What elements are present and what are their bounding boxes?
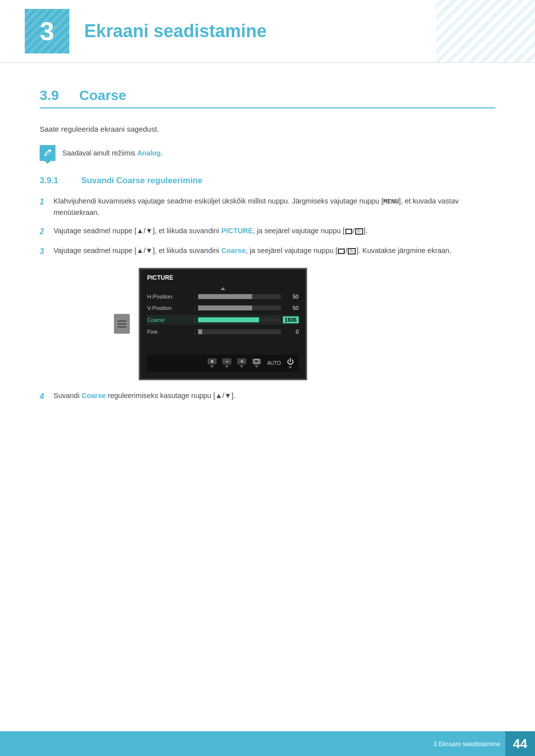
power-icon: ⏻ — [287, 357, 294, 365]
menu-row-vposition: V-Position : 50 — [147, 303, 299, 312]
page-footer: 3 Ekraani seadistamine 44 — [0, 731, 535, 756]
step4-after: reguleerimiseks kasutage nuppu [▲/▼]. — [106, 392, 236, 400]
note-text-before: Saadaval ainult režiimis — [62, 149, 135, 157]
menu-label-hposition: H-Position — [147, 294, 192, 300]
bar-fill-vposition — [198, 305, 252, 310]
ctrl-btn-enter — [252, 358, 261, 368]
menu-row-hposition: H-Position : 50 — [147, 292, 299, 301]
ctrl-down-arrow-5 — [288, 366, 292, 369]
note-highlight: Analog — [137, 149, 160, 157]
separator-3: : — [194, 317, 196, 323]
step-number-4: 4 — [40, 390, 54, 403]
minus-icon: − — [225, 358, 229, 364]
menu-row-coarse: Coarse : 1936 — [147, 315, 299, 325]
bar-fill-fine — [198, 329, 202, 334]
footer-page-number: 44 — [513, 736, 528, 752]
section-heading: 3.9 Coarse — [40, 88, 495, 108]
subsection-heading: 3.9.1 Suvandi Coarse reguleerimine — [40, 176, 495, 186]
bar-vposition — [198, 305, 281, 310]
section-number: 3.9 — [40, 88, 69, 103]
step4-before: Suvandi — [54, 392, 81, 400]
step-text-3: Vajutage seadmel nuppe [▲/▼], et liikuda… — [54, 245, 495, 256]
list-item: 3 Vajutage seadmel nuppe [▲/▼], et liiku… — [40, 245, 495, 258]
bar-coarse — [198, 317, 279, 322]
list-item: 4 Suvandi Coarse reguleerimiseks kasutag… — [40, 390, 495, 403]
bar-fill-hposition — [198, 294, 252, 299]
subsection-title: Suvandi Coarse reguleerimine — [81, 176, 203, 186]
footer-page-box: 44 — [505, 731, 535, 756]
coarse-label-step4: Coarse — [81, 392, 106, 400]
section-title: Coarse — [79, 88, 126, 103]
value-hposition: 50 — [284, 294, 299, 300]
bar-fine — [198, 329, 281, 334]
value-coarse: 1936 — [283, 316, 299, 323]
step-text-1: Klahvijuhendi kuvamiseks vajutage seadme… — [54, 196, 495, 218]
menu-label-coarse: Coarse — [147, 317, 192, 323]
ctrl-down-arrow-3 — [240, 365, 244, 368]
menu-title-bar: PICTURE — [147, 274, 299, 283]
auto-label: AUTO — [267, 360, 281, 366]
chapter-number: 3 — [40, 18, 54, 44]
value-vposition: 50 — [284, 305, 299, 311]
rect-icon-1 — [345, 229, 352, 234]
picture-label: PICTURE — [221, 227, 253, 235]
menu-key: MENU — [383, 198, 399, 205]
pencil-icon — [43, 148, 53, 158]
subsection-number: 3.9.1 — [40, 176, 74, 186]
menu-label-vposition: V-Position — [147, 305, 192, 311]
ctrl-down-arrow-1 — [210, 365, 214, 368]
rect-refresh-icon-2: ↻ — [348, 248, 356, 254]
ctrl-down-arrow-2 — [225, 365, 229, 368]
header-stripe — [436, 0, 535, 62]
rect-icon-2 — [338, 249, 345, 254]
svg-rect-1 — [254, 359, 259, 363]
note-box: Saadaval ainult režiimis Analog. — [40, 145, 495, 161]
menu-label-fine: Fine — [147, 329, 192, 335]
separator-4: : — [194, 329, 196, 335]
step-number-1: 1 — [40, 196, 54, 208]
chapter-title: Ekraani seadistamine — [84, 21, 267, 42]
ctrl-btn-minus: − — [222, 358, 231, 368]
monitor-diagram-wrapper: PICTURE H-Position : 50 V-Position : — [139, 268, 307, 380]
page-header: 3 Ekraani seadistamine — [0, 0, 535, 63]
list-item: 1 Klahvijuhendi kuvamiseks vajutage sead… — [40, 196, 495, 218]
power-btn: ⏻ — [287, 357, 294, 369]
spacer-rows — [147, 339, 299, 353]
monitor-side-icon — [114, 314, 130, 334]
intro-text: Saate reguleerida ekraani sagedust. — [40, 123, 495, 135]
step-number-2: 2 — [40, 225, 54, 238]
left-arrow-icon — [210, 359, 214, 364]
chapter-number-box: 3 — [25, 9, 69, 53]
menu-title: PICTURE — [147, 274, 173, 281]
ctrl-btn-left — [208, 358, 216, 368]
svg-marker-0 — [211, 359, 213, 363]
scroll-up-arrow — [220, 287, 225, 290]
plus-icon: + — [240, 358, 244, 364]
note-text: Saadaval ainult režiimis Analog. — [62, 145, 162, 158]
separator-1: : — [194, 294, 196, 300]
bar-hposition — [198, 294, 281, 299]
ctrl-btn-plus: + — [237, 358, 246, 368]
enter-icon — [254, 359, 260, 364]
note-icon — [40, 145, 55, 161]
step-text-2: Vajutage seadmel nuppe [▲/▼], et liikuda… — [54, 225, 495, 237]
coarse-label-step3: Coarse — [221, 247, 246, 254]
step-number-3: 3 — [40, 245, 54, 258]
menu-row-fine: Fine : 0 — [147, 327, 299, 336]
note-text-period: . — [160, 149, 162, 157]
value-fine: 0 — [284, 329, 299, 335]
ctrl-down-arrow-4 — [255, 365, 259, 368]
monitor-screen: PICTURE H-Position : 50 V-Position : — [139, 268, 307, 380]
footer-chapter-text: 3 Ekraani seadistamine — [433, 740, 500, 748]
list-item: 2 Vajutage seadmel nuppe [▲/▼], et liiku… — [40, 225, 495, 238]
separator-2: : — [194, 305, 196, 311]
rect-refresh-icon-1: ↻ — [355, 228, 363, 235]
monitor-bottom-bar: − + AUTO ⏻ — [147, 354, 299, 372]
steps-list-2: 4 Suvandi Coarse reguleerimiseks kasutag… — [40, 390, 495, 403]
main-content: 3.9 Coarse Saate reguleerida ekraani sag… — [0, 63, 535, 462]
steps-list: 1 Klahvijuhendi kuvamiseks vajutage sead… — [40, 196, 495, 258]
bar-fill-coarse — [198, 317, 259, 322]
step-text-4: Suvandi Coarse reguleerimiseks kasutage … — [54, 390, 495, 402]
